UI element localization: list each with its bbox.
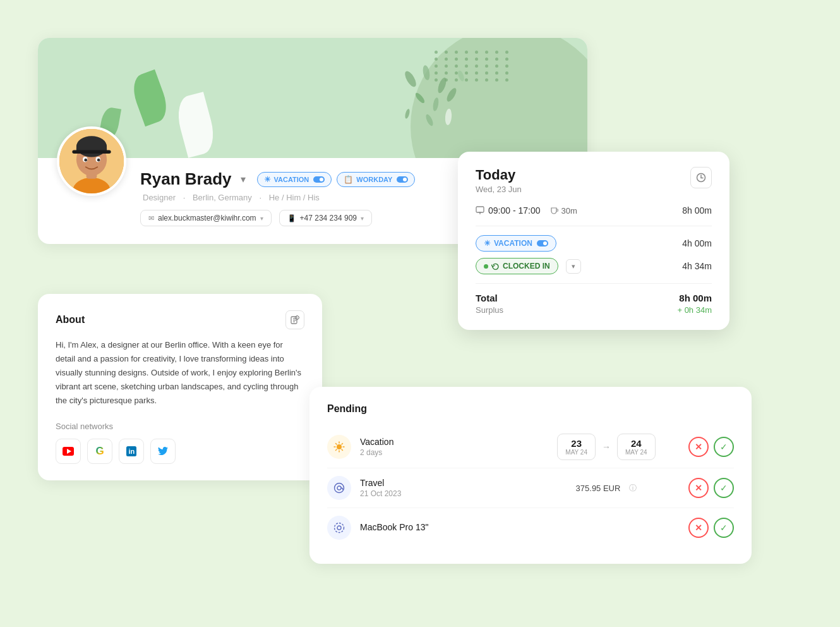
twitter-button[interactable]: [150, 439, 176, 464]
email-icon: ✉: [148, 214, 154, 222]
device-at-icon: [333, 522, 345, 533]
social-icons: G in: [56, 439, 304, 464]
linkedin-button[interactable]: in: [119, 439, 144, 464]
clocked-chevron[interactable]: ▾: [566, 259, 581, 274]
pending-row-vacation: Vacation 2 days 23 MAY 24 → 24 MAY 24 ✕ …: [327, 426, 734, 468]
profile-pronouns: He / Him / His: [269, 193, 320, 202]
svg-point-2: [436, 76, 448, 94]
svg-point-7: [404, 108, 411, 119]
about-title: About: [56, 314, 85, 326]
pending-travel-amount: 375.95 EUR ⓘ: [524, 483, 688, 494]
from-date-pill: 23 MAY 24: [557, 434, 596, 460]
clocked-in-row: CLOCKED IN ▾ 4h 34m: [476, 258, 712, 274]
approve-travel-button[interactable]: ✓: [714, 478, 734, 498]
avatar-svg: [59, 129, 124, 193]
pending-macbook-actions: ✕ ✓: [688, 518, 734, 538]
about-edit-button[interactable]: [285, 310, 304, 329]
workday-toggle[interactable]: [397, 176, 408, 183]
total-value: 8h 00m: [679, 293, 712, 303]
social-networks-label: Social networks: [56, 422, 304, 431]
profile-name-chevron[interactable]: ▾: [238, 174, 248, 185]
reject-travel-button[interactable]: ✕: [688, 478, 709, 498]
svg-rect-24: [476, 207, 484, 212]
svg-point-8: [424, 113, 435, 127]
pending-vacation-actions: ✕ ✓: [688, 437, 734, 457]
time-break: 30m: [549, 206, 577, 216]
divider-1: [476, 226, 712, 226]
today-header: Today Wed, 23 Jun: [476, 167, 712, 194]
from-day: 23: [571, 438, 582, 449]
avatar: [57, 126, 126, 196]
clocked-in-hours: 4h 34m: [682, 261, 712, 271]
pending-vacation-dates: 23 MAY 24 → 24 MAY 24: [524, 434, 688, 460]
today-date: Wed, 23 Jun: [476, 185, 522, 194]
clock-icon: [696, 173, 706, 183]
phone-pill[interactable]: 📱 +47 234 234 909 ▾: [279, 210, 372, 226]
pending-device-icon: [327, 516, 351, 540]
clock-button[interactable]: [690, 167, 712, 188]
pending-vacation-sub: 2 days: [360, 448, 524, 457]
workday-badge[interactable]: 📋 WORKDAY: [337, 172, 415, 187]
pending-vacation-name: Vacation: [360, 437, 524, 447]
pending-title: Pending: [327, 403, 734, 415]
twitter-icon: [158, 447, 168, 456]
vacation-toggle[interactable]: [313, 176, 325, 183]
email-value: alex.buckmaster@kiwihr.com: [158, 214, 256, 222]
reject-macbook-button[interactable]: ✕: [688, 518, 709, 538]
at-icon: [333, 482, 345, 494]
monitor-icon: [476, 206, 484, 215]
google-button[interactable]: G: [87, 439, 112, 464]
profile-role: Designer: [143, 193, 176, 202]
today-title: Today: [476, 167, 522, 183]
svg-line-43: [342, 444, 343, 445]
youtube-icon: [63, 447, 74, 456]
sun-icon-small: ☀: [484, 239, 491, 248]
refresh-icon: [491, 262, 500, 271]
sun-icon-pending: [333, 441, 345, 453]
pending-vacation-icon: [327, 435, 351, 459]
pending-vacation-info: Vacation 2 days: [360, 437, 524, 457]
total-label: Total: [476, 293, 498, 303]
to-day: 24: [631, 438, 642, 449]
svg-point-47: [335, 523, 344, 533]
google-icon: G: [95, 445, 104, 458]
surplus-value: + 0h 34m: [677, 305, 712, 315]
svg-point-3: [414, 92, 426, 104]
svg-point-46: [337, 486, 341, 490]
svg-point-5: [445, 87, 459, 103]
phone-chevron: ▾: [361, 215, 364, 222]
phone-icon: 📱: [287, 214, 296, 222]
svg-point-4: [432, 97, 440, 111]
svg-point-36: [337, 444, 342, 449]
vacation-today-badge[interactable]: ☀ VACATION: [476, 235, 556, 252]
svg-rect-16: [72, 150, 111, 154]
vacation-row: ☀ VACATION 4h 00m: [476, 235, 712, 252]
svg-point-19: [84, 159, 87, 162]
clocked-in-label: CLOCKED IN: [503, 262, 550, 271]
linkedin-icon: in: [126, 446, 136, 456]
svg-point-1: [422, 64, 431, 80]
approve-macbook-button[interactable]: ✓: [714, 518, 734, 538]
vacation-badge-label: VACATION: [274, 176, 309, 183]
vacation-today-toggle[interactable]: [537, 240, 548, 247]
info-icon: ⓘ: [629, 483, 637, 494]
clocked-in-badge[interactable]: CLOCKED IN: [476, 258, 558, 274]
pending-travel-sub: 21 Oct 2023: [360, 489, 524, 498]
pending-macbook-info: MacBook Pro 13": [360, 522, 524, 533]
pending-travel-name: Travel: [360, 478, 524, 488]
vacation-badge[interactable]: ☀ VACATION: [257, 172, 332, 187]
approve-vacation-button[interactable]: ✓: [714, 437, 734, 457]
email-pill[interactable]: ✉ alex.buckmaster@kiwihr.com ▾: [140, 210, 272, 226]
pending-macbook-name: MacBook Pro 13": [360, 522, 524, 532]
youtube-button[interactable]: [56, 439, 81, 464]
reject-vacation-button[interactable]: ✕: [688, 437, 709, 457]
divider-2: [476, 283, 712, 284]
vacation-today-label: VACATION: [494, 239, 532, 248]
today-surplus-row: Surplus + 0h 34m: [476, 305, 712, 315]
svg-text:in: in: [129, 447, 135, 455]
about-text: Hi, I'm Alex, a designer at our Berlin o…: [56, 338, 304, 408]
from-month: MAY 24: [565, 449, 587, 456]
clocked-dot: [484, 264, 488, 269]
coffee-icon: [549, 206, 558, 215]
email-chevron: ▾: [260, 215, 263, 222]
